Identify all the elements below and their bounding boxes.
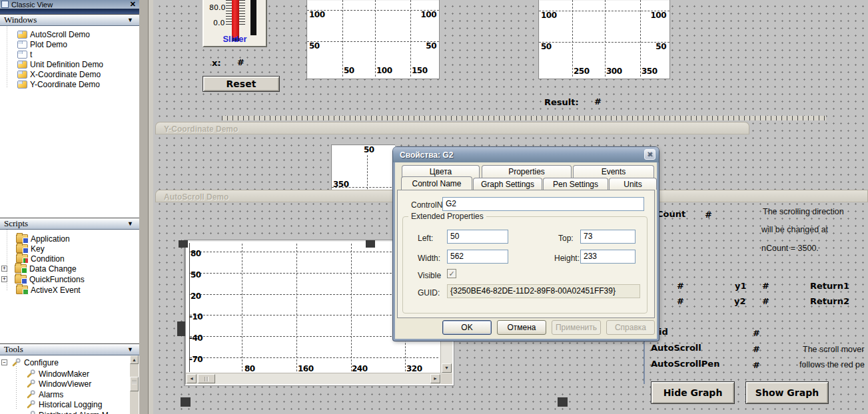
panel-icon [1, 1, 9, 8]
slider-gauge-control[interactable]: 80.0 0.0 Slider [203, 0, 267, 47]
tree-item-label: WindowViewer [39, 379, 91, 389]
tree-item-label: AutoScroll Demo [30, 30, 90, 39]
show-graph-button[interactable]: Show Graph [745, 381, 829, 404]
sidebar-item-autoscroll-demo[interactable]: AutoScroll Demo [17, 29, 90, 39]
sidebar-item-key-script[interactable]: Key [16, 244, 45, 254]
expander-plus-icon[interactable] [1, 266, 7, 272]
sidebar-item-application-script[interactable]: Application [16, 234, 70, 244]
windows-tree: AutoScroll Demo Plot Demo t Unit Definit… [0, 27, 139, 218]
tab-label: Units [624, 180, 642, 189]
ruler-strip [222, 116, 826, 120]
tab-label: Цвета [430, 167, 452, 176]
ok-button[interactable]: OK [442, 320, 492, 335]
top-input[interactable]: 73 [580, 230, 636, 244]
scroll-right-icon[interactable] [430, 374, 440, 383]
axis-tick-label: 350 [333, 180, 349, 189]
scroll-left-icon[interactable] [187, 374, 197, 383]
sidebar-item-data-change-script[interactable]: Data Change [1, 264, 77, 274]
section-header-scripts[interactable]: Scripts [0, 218, 139, 230]
return1-label: Return1 [810, 282, 849, 291]
scrollbar-thumb[interactable] [130, 377, 139, 391]
classic-view-titlebar[interactable]: Classic View [0, 0, 139, 9]
cancel-button[interactable]: Отмена [497, 320, 546, 335]
tab-properties[interactable]: Properties [482, 165, 572, 178]
tab-units[interactable]: Units [609, 178, 657, 190]
axis-tick-label: 150 [412, 67, 428, 75]
help-button[interactable]: Справка [606, 320, 655, 335]
wrench-icon [27, 400, 36, 409]
sidebar-item-condition-script[interactable]: Condition [16, 254, 65, 264]
help-label: Справка [615, 323, 646, 332]
quickfunctions-script-icon [15, 275, 27, 284]
group-legend: Extended Properties [408, 212, 486, 221]
axis-tick-label: 20 [191, 292, 201, 301]
selection-handle[interactable] [181, 397, 191, 407]
sidebar-item-activex-event-script[interactable]: ActiveX Event [16, 285, 81, 295]
sidebar-item-alarms[interactable]: Alarms [27, 389, 63, 399]
selection-handle[interactable] [179, 240, 188, 248]
sidebar-item-distributed[interactable]: Distributed Alarm M [27, 410, 109, 414]
sidebar-item-t[interactable]: t [17, 49, 32, 59]
dialog-title: Свойства: G2 [400, 150, 453, 160]
sidebar-item-configure[interactable]: Configure [1, 357, 59, 367]
sidebar-item-plot-demo[interactable]: Plot Demo [17, 39, 67, 49]
chart-hscrollbar[interactable] [186, 373, 441, 384]
y1-label: y1 [735, 282, 747, 291]
section-header-tools[interactable]: Tools [0, 343, 139, 355]
width-input[interactable]: 562 [447, 250, 508, 264]
scrollbar-thumb[interactable] [198, 374, 215, 383]
count-value-placeholder: # [705, 210, 712, 220]
height-input[interactable]: 233 [580, 250, 636, 264]
tab-graph-settings[interactable]: Graph Settings [473, 178, 542, 190]
tab-control-name[interactable]: Control Name [401, 176, 472, 190]
xy-chart-1[interactable]: 100 50 100 50 50 100 150 [306, 0, 440, 79]
section-header-windows[interactable]: Windows [0, 14, 139, 26]
sidebar-item-windowmaker[interactable]: WindowMaker [27, 369, 89, 379]
axis-tick-label: 100 [376, 67, 392, 75]
slider-handle-bar[interactable] [250, 0, 256, 35]
y-axis-line [189, 243, 190, 372]
hide-graph-button[interactable]: Hide Graph [651, 381, 735, 404]
visible-checkbox[interactable] [447, 269, 456, 278]
tab-pen-settings[interactable]: Pen Settings [543, 178, 608, 190]
apply-button[interactable]: Применить [552, 320, 601, 335]
window-title: AutoScroll Demo [164, 192, 228, 202]
sidebar-item-x-coordinate-demo[interactable]: X-Coordinate Demo [17, 69, 101, 79]
x-label: x: [212, 59, 221, 68]
yellow-window-icon [17, 71, 27, 79]
close-icon[interactable] [130, 0, 136, 9]
panel-title: Classic View [11, 1, 53, 9]
scroll-up-icon[interactable] [130, 355, 139, 364]
tools-scrollbar[interactable] [130, 355, 139, 414]
scripts-tree: Application Key Condition Data Change Qu… [0, 230, 139, 343]
axis-tick-label: 100 [309, 11, 325, 19]
reset-button[interactable]: Reset [203, 76, 280, 92]
xy-chart-2[interactable]: 100 50 100 50 250 300 350 [538, 0, 670, 79]
tree-item-label: Condition [31, 254, 65, 264]
tree-item-label: t [30, 50, 32, 59]
tab-events[interactable]: Events [573, 165, 654, 178]
y-coordinate-chart[interactable]: 50 350 [331, 144, 395, 193]
selection-handle[interactable] [366, 240, 375, 248]
expander-minus-icon[interactable] [1, 359, 7, 365]
gridline [375, 0, 376, 77]
slider-caption: Slider [204, 34, 266, 44]
height-value: 233 [584, 252, 597, 261]
sidebar-item-y-coordinate-demo[interactable]: Y-Coordinate Demo [17, 79, 100, 89]
scroll-down-icon[interactable] [442, 363, 452, 373]
expander-plus-icon[interactable] [1, 276, 7, 282]
sidebar-item-unit-definition-demo[interactable]: Unit Definition Demo [17, 59, 103, 69]
gridline [351, 244, 352, 371]
controlname-input[interactable]: G2 [442, 197, 644, 211]
selection-handle[interactable] [177, 321, 185, 336]
left-input[interactable]: 50 [447, 230, 508, 244]
sidebar-item-quickfunctions-script[interactable]: QuickFunctions [1, 274, 85, 284]
sidebar-item-historical-logging[interactable]: Historical Logging [27, 399, 102, 409]
selection-handle[interactable] [558, 397, 568, 407]
close-icon[interactable] [644, 149, 655, 160]
sidebar-item-windowviewer[interactable]: WindowViewer [27, 379, 91, 389]
condition-script-icon [16, 254, 28, 263]
window-titlebar-y-coordinate-demo[interactable]: Y-Coordinate Demo [155, 122, 749, 134]
y1-value-placeholder: # [677, 282, 684, 291]
dialog-titlebar[interactable]: Свойства: G2 [393, 147, 659, 162]
